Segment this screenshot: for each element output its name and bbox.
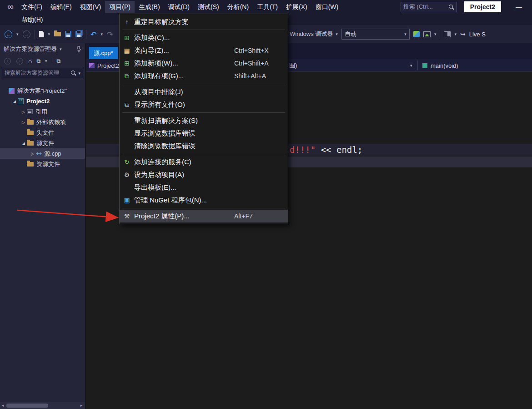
show-all-files-icon[interactable] (57, 58, 61, 64)
toolbar-separator (440, 30, 440, 39)
menu-item-exclude-from-project[interactable]: 从项目中排除(J) (120, 86, 288, 98)
collapsed-arrow-icon[interactable]: ▷ (29, 151, 36, 156)
chevron-down-icon[interactable] (16, 32, 19, 36)
menu-item-clear-browse-db-errors[interactable]: 清除浏览数据库错误 (120, 140, 288, 152)
scroll-right-icon[interactable] (79, 402, 84, 409)
window-layout-icon[interactable] (444, 31, 451, 37)
chevron-down-icon[interactable] (45, 59, 47, 63)
chevron-down-icon[interactable] (78, 71, 80, 76)
live-share-icon[interactable] (460, 30, 466, 38)
tree-item-label: Project2 (26, 98, 50, 105)
menubar-item-analyze[interactable]: 分析(N) (223, 1, 253, 13)
collapsed-arrow-icon[interactable]: ▷ (20, 120, 27, 125)
tree-item-external-dependencies[interactable]: ▷外部依赖项 (0, 117, 85, 127)
diagnostics-icon[interactable] (413, 31, 420, 37)
add-class-icon: ⊞ (120, 34, 134, 41)
menu-item-set-as-startup-project[interactable]: ⚙设为启动项目(A) (120, 168, 288, 181)
new-file-icon[interactable] (39, 31, 44, 37)
redo-icon[interactable] (107, 30, 113, 39)
tree-item-solution[interactable]: 解决方案"Project2" (0, 86, 85, 96)
menu-item-show-all-files[interactable]: ⧉显示所有文件(O) (120, 98, 288, 111)
scrollbar-thumb[interactable] (6, 404, 48, 408)
menubar-item-build[interactable]: 生成(B) (135, 1, 164, 13)
tree-item-project2[interactable]: ◢Project2 (0, 96, 85, 106)
breadcrumb-project[interactable]: Project2 (89, 59, 119, 72)
navigate-forward-icon[interactable]: → (23, 30, 30, 38)
menu-item-add-new-item[interactable]: ⊞添加新项(W)...Ctrl+Shift+A (120, 57, 288, 70)
chevron-down-icon[interactable] (100, 32, 103, 36)
menubar-item-tools[interactable]: 工具(T) (253, 1, 282, 13)
save-all-icon[interactable] (75, 31, 82, 37)
pin-icon[interactable] (76, 46, 81, 52)
solution-search-placeholder: 搜索解决方案资源管理 (5, 69, 69, 77)
show-all-files-icon: ⧉ (120, 101, 134, 109)
project-menu: ↑重定目标解决方案⊞添加类(C)...▦类向导(Z)...Ctrl+Shift+… (119, 14, 288, 224)
menu-item-retarget-solution[interactable]: ↑重定目标解决方案 (120, 15, 288, 28)
menu-item-show-browse-db-errors[interactable]: 显示浏览数据库错误 (120, 127, 288, 140)
tree-item-source-files[interactable]: ◢源文件 (0, 138, 85, 148)
menu-item-label: 管理 NuGet 程序包(N)... (134, 196, 234, 205)
quick-search-box[interactable]: 搜索 (Ctrl... (401, 2, 457, 12)
menu-item-add-existing-item[interactable]: ⧉添加现有项(G)...Shift+Alt+A (120, 70, 288, 82)
debugger-target-dropdown[interactable]: Windows 调试器 (290, 30, 338, 38)
menu-item-shortcut: Alt+F7 (234, 212, 288, 220)
minimize-button[interactable]: — (516, 3, 522, 10)
open-folder-icon[interactable] (54, 32, 61, 36)
tree-item-references[interactable]: ▷引用 (0, 106, 85, 117)
home-icon[interactable] (28, 57, 32, 65)
menu-item-project2-properties[interactable]: ⚒Project2 属性(P)...Alt+F7 (120, 210, 288, 222)
chevron-down-icon[interactable] (48, 32, 50, 36)
menu-item-rescan-solution[interactable]: 重新扫描解决方案(S) (120, 114, 288, 127)
expanded-arrow-icon[interactable]: ◢ (11, 99, 18, 104)
menu-item-export-template[interactable]: 导出模板(E)... (120, 181, 288, 194)
scroll-left-icon[interactable] (0, 402, 5, 409)
cppfile-icon: ++ (36, 151, 41, 157)
menu-item-manage-nuget-packages[interactable]: ▣管理 NuGet 程序包(N)... (120, 194, 288, 207)
breadcrumb-function[interactable]: main(void) (422, 59, 458, 72)
solution-search-box[interactable]: 搜索解决方案资源管理 (2, 68, 83, 78)
tree-item-header-files[interactable]: 头文件 (0, 127, 85, 138)
save-icon[interactable] (65, 31, 71, 37)
menu-item-class-wizard[interactable]: ▦类向导(Z)...Ctrl+Shift+X (120, 44, 288, 57)
toolbar-separator (52, 58, 52, 64)
explorer-back-icon[interactable]: ‹ (4, 58, 10, 64)
window-title-button[interactable]: Project2 (464, 1, 501, 12)
breadcrumb-function-label: main(void) (431, 62, 458, 69)
chevron-down-icon[interactable] (454, 32, 457, 36)
collapsed-arrow-icon[interactable]: ▷ (20, 110, 27, 114)
menubar-item-edit[interactable]: 编辑(E) (46, 1, 76, 13)
fold-icon (27, 141, 34, 146)
menu-item-label: 类向导(Z)... (134, 46, 234, 55)
menu-item-label: 添加现有项(G)... (134, 72, 234, 81)
menubar-item-extensions[interactable]: 扩展(X) (282, 1, 311, 13)
undo-icon[interactable] (90, 30, 96, 39)
tree-item-resource-files[interactable]: 资源文件 (0, 159, 85, 169)
navigate-back-icon[interactable]: ← (5, 30, 12, 38)
menu-item-add-class[interactable]: ⊞添加类(C)... (120, 31, 288, 44)
tree-item-label: 源.cpp (44, 150, 61, 158)
chevron-down-icon[interactable] (60, 47, 62, 51)
menu-item-add-connected-service[interactable]: ↻添加连接的服务(C) (120, 156, 288, 168)
chevron-down-icon[interactable] (410, 59, 412, 72)
live-share-label[interactable]: Live S (469, 31, 486, 38)
menubar-item-help[interactable]: 帮助(H) (17, 14, 47, 25)
expanded-arrow-icon[interactable]: ◢ (20, 141, 27, 146)
menubar-item-file[interactable]: 文件(F) (17, 1, 46, 13)
switch-views-icon[interactable] (36, 58, 40, 64)
tree-item-source-cpp[interactable]: ▷++源.cpp (0, 148, 85, 159)
menubar-item-test[interactable]: 测试(S) (194, 1, 223, 13)
tab-label: 源.cpp* (94, 49, 113, 57)
menubar-item-window[interactable]: 窗口(W) (311, 1, 343, 13)
horizontal-scrollbar[interactable] (0, 402, 85, 409)
menu-item-label: 显示所有文件(O) (134, 101, 234, 109)
chevron-down-icon[interactable] (434, 32, 437, 36)
quick-search-placeholder: 搜索 (Ctrl... (403, 3, 448, 11)
menubar-item-project[interactable]: 项目(P) (105, 1, 135, 13)
tab-source-cpp[interactable]: 源.cpp* (89, 47, 118, 59)
image-tool-icon[interactable] (423, 31, 431, 37)
explorer-forward-icon[interactable]: › (16, 58, 23, 64)
panel-header: 解决方案资源管理器 (0, 43, 85, 55)
menubar-item-debug[interactable]: 调试(D) (164, 1, 194, 13)
configuration-dropdown[interactable]: 自动 (341, 29, 410, 40)
menubar-item-view[interactable]: 视图(V) (76, 1, 105, 13)
